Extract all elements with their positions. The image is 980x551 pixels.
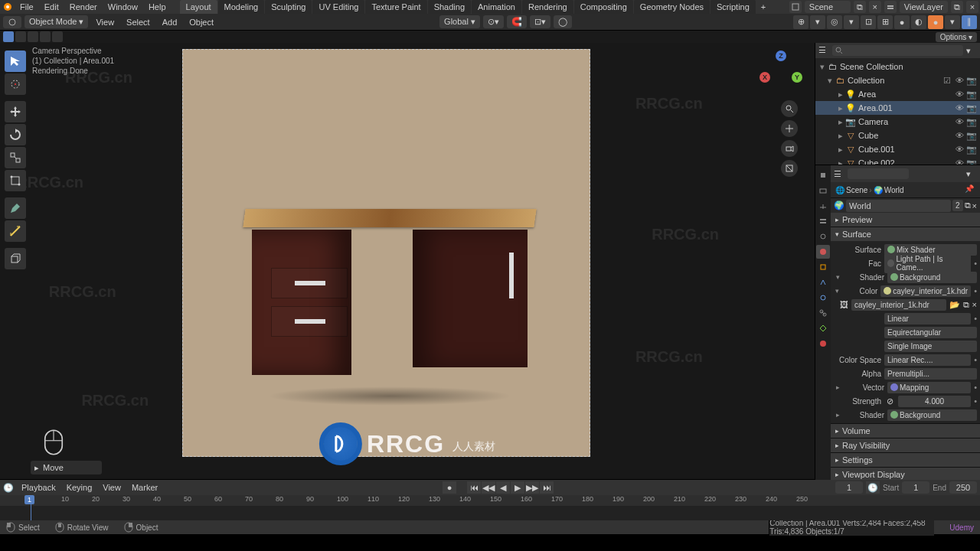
item-disable-toggle[interactable]: 📷 [966,116,977,127]
viewport-menu-view[interactable]: View [91,16,119,28]
tool-cursor[interactable] [5,73,26,95]
play-button[interactable]: ▶ [511,481,524,494]
item-disable-toggle[interactable]: 📷 [966,158,977,165]
jump-start-button[interactable]: ⏮ [467,481,481,494]
timeline-type-icon[interactable]: 🕒 [3,483,14,493]
world-browse-button[interactable]: 🌍 [834,201,844,210]
item-hide-toggle[interactable]: 👁 [954,103,965,113]
tool-transform[interactable] [5,170,26,191]
world-unlink-button[interactable]: × [972,201,977,210]
color-dot-icon[interactable]: • [974,286,977,295]
image-new-button[interactable]: ⧉ [963,300,969,310]
item-disable-toggle[interactable]: 📷 [966,103,977,113]
proportional-edit-toggle[interactable]: ◯ [554,15,572,28]
workspace-compositing[interactable]: Compositing [574,0,633,14]
outliner-type-icon[interactable]: ☰ [818,45,829,56]
item-hide-toggle[interactable]: 👁 [954,116,965,127]
3d-viewport[interactable]: RRCG.cn RRCG.cn RRCG.cn RRCG.cn RRCG.cn … [0,43,815,479]
tool-scale[interactable] [5,147,26,168]
scene-icon[interactable] [789,1,802,13]
value-projection[interactable]: Equirectangular [884,327,977,338]
pin-icon[interactable]: 📌 [965,184,975,195]
prop-tab-material[interactable] [816,337,830,350]
prop-tab-constraints[interactable] [816,306,830,320]
select-mode-5[interactable] [52,31,63,42]
render-pause-toggle[interactable]: ∥ [962,15,977,29]
prop-tab-data[interactable] [816,321,830,335]
item-hide-toggle[interactable]: 👁 [954,89,965,99]
value-colorspace[interactable]: Linear Rec.... [884,354,971,366]
select-mode-2[interactable] [15,31,26,42]
outliner-tree[interactable]: ▾ 🗀 Scene Collection ▾ 🗀 Collection ☑ 👁 … [815,58,980,165]
outliner-scene-collection[interactable]: ▾ 🗀 Scene Collection [815,60,980,73]
axis-y[interactable]: Y [792,72,802,83]
menu-help[interactable]: Help [144,1,171,13]
workspace-rendering[interactable]: Rendering [522,0,573,14]
item-disable-toggle[interactable]: 📷 [966,89,977,99]
fac-dot-icon[interactable]: • [974,259,977,268]
viewlayer-name-field[interactable]: ViewLayer [900,1,948,13]
item-disable-toggle[interactable]: 📷 [966,144,977,155]
viewport-menu-add[interactable]: Add [158,16,182,28]
prop-tab-world[interactable] [816,245,830,259]
sync-button[interactable]: 🕒 [866,481,880,494]
section-settings[interactable]: Settings [831,453,980,467]
autokey-toggle[interactable]: ● [443,481,456,494]
pivot-button[interactable]: ⊙▾ [483,15,504,28]
tool-measure[interactable] [5,220,26,242]
vector-expand[interactable]: ▸ [834,383,841,391]
workspace-geometry-nodes[interactable]: Geometry Nodes [634,0,710,14]
timeline-menu-view[interactable]: View [100,481,124,494]
collection-exclude-toggle[interactable]: ☑ [942,75,952,86]
value-vector[interactable]: Mapping [887,382,971,393]
value-strength[interactable]: 4.000 [898,396,971,407]
prop-tab-object[interactable] [816,260,830,274]
xray-toggle[interactable]: ⊡ [861,15,876,29]
viewport-menu-select[interactable]: Select [122,16,155,28]
end-frame-field[interactable]: 250 [949,481,977,494]
workspace-modeling[interactable]: Modeling [218,0,265,14]
tool-move[interactable] [5,101,26,122]
snap-toggle[interactable]: 🧲 [507,15,527,28]
select-mode-box[interactable] [3,31,14,42]
value-shader2[interactable]: Background [887,409,977,421]
prop-tab-physics[interactable] [816,291,830,305]
value-alpha[interactable]: Premultipli... [884,368,977,380]
color-expand[interactable]: ▾ [834,287,841,295]
prop-tab-scene[interactable] [816,230,830,243]
workspace-layout[interactable]: Layout [180,0,217,14]
tool-rotate[interactable] [5,124,26,145]
image-unlink-button[interactable]: × [972,300,977,309]
nav-zoom[interactable] [781,100,798,117]
menu-render[interactable]: Render [65,1,102,13]
nav-gizmo[interactable]: Z X Y [760,51,802,93]
axis-z[interactable]: Z [776,51,786,61]
value-source[interactable]: Single Image [884,341,977,352]
outliner-item[interactable]: ▸💡Area👁📷 [815,87,980,101]
options-dropdown[interactable]: Options ▾ [936,32,977,42]
env-image-field[interactable]: cayley_interior_1k.hdr [851,299,946,311]
properties-search[interactable] [848,168,909,179]
outliner-item[interactable]: ▸▽Cube👁📷 [815,129,980,142]
section-ray visibility[interactable]: Ray Visibility [831,439,980,452]
prop-tab-viewlayer[interactable] [816,214,830,228]
overlays-dropdown[interactable]: ▾ [844,15,859,29]
outliner-item[interactable]: ▸📷Camera👁📷 [815,115,980,129]
strength-link-icon[interactable]: ⊘ [884,396,895,406]
shading-solid[interactable]: ● [894,15,910,29]
crumb-world[interactable]: World [884,186,904,194]
workspace-scripting[interactable]: Scripting [710,0,756,14]
shader1-expand[interactable]: ▾ [834,273,841,281]
shader2-expand[interactable]: ▸ [834,411,841,419]
prev-key-button[interactable]: ◀◀ [482,481,495,494]
prop-tab-render[interactable] [816,184,830,197]
workspace-texture-paint[interactable]: Texture Paint [365,0,426,14]
item-hide-toggle[interactable]: 👁 [954,144,965,155]
workspace-animation[interactable]: Animation [472,0,521,14]
section-preview[interactable]: Preview [831,213,980,227]
add-workspace-button[interactable]: + [756,0,770,14]
editor-type-button[interactable] [3,16,21,28]
timeline-menu-playback[interactable]: Playback [18,481,59,494]
scene-new-button[interactable]: ⧉ [854,1,866,13]
menu-file[interactable]: File [15,1,38,13]
